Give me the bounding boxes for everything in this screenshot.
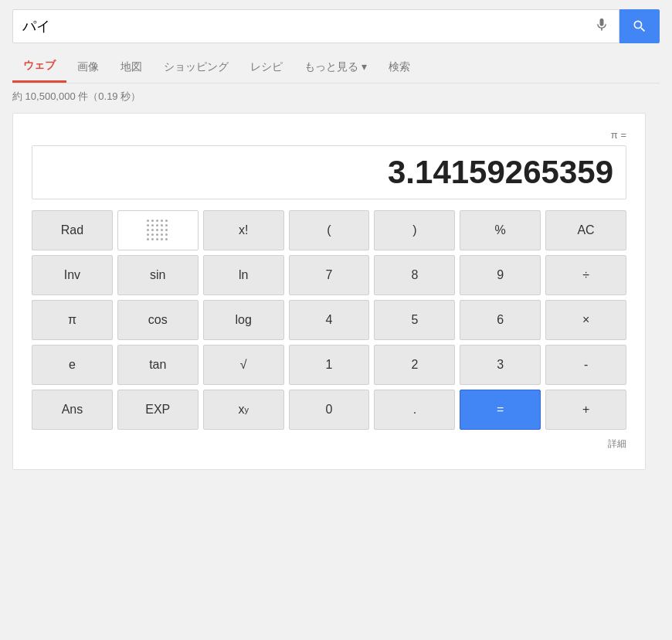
btn-plus[interactable]: + (545, 390, 626, 430)
results-count: 約 10,500,000 件（0.19 秒） (12, 90, 660, 104)
btn-power[interactable]: xy (203, 390, 284, 430)
btn-dot[interactable]: . (374, 390, 455, 430)
btn-divide[interactable]: ÷ (545, 255, 626, 295)
tab-tools[interactable]: 検索 (378, 53, 421, 82)
btn-tan[interactable]: tan (117, 345, 199, 385)
btn-equals[interactable]: = (460, 390, 541, 430)
btn-5[interactable]: 5 (374, 300, 455, 340)
btn-9[interactable]: 9 (460, 255, 541, 295)
tab-images[interactable]: 画像 (66, 53, 110, 82)
search-button[interactable] (619, 9, 660, 43)
display-value: 3.14159265359 (388, 154, 613, 191)
btn-1[interactable]: 1 (289, 345, 370, 385)
btn-cos[interactable]: cos (117, 300, 199, 340)
search-input[interactable] (22, 19, 588, 35)
calculator-card: π = 3.14159265359 Rad x! ( ) % AC (12, 113, 646, 470)
detail-link[interactable]: 詳細 (32, 437, 626, 451)
btn-minus[interactable]: - (545, 345, 626, 385)
btn-exp[interactable]: EXP (117, 390, 199, 430)
tab-web[interactable]: ウェブ (12, 51, 66, 83)
btn-ac[interactable]: AC (545, 210, 626, 250)
btn-ln[interactable]: ln (203, 255, 284, 295)
btn-percent[interactable]: % (460, 210, 541, 250)
grid-icon (147, 220, 168, 241)
btn-e[interactable]: e (32, 345, 113, 385)
tab-recipe[interactable]: レシピ (239, 53, 294, 82)
btn-rparen[interactable]: ) (374, 210, 455, 250)
btn-8[interactable]: 8 (374, 255, 455, 295)
search-icon (632, 19, 647, 34)
nav-tabs: ウェブ 画像 地図 ショッピング レシピ もっと見る ▾ 検索 (12, 51, 660, 83)
btn-2[interactable]: 2 (374, 345, 455, 385)
btn-factorial[interactable]: x! (203, 210, 284, 250)
calc-display: 3.14159265359 (32, 145, 626, 199)
btn-3[interactable]: 3 (460, 345, 541, 385)
mic-icon (594, 15, 609, 34)
btn-log[interactable]: log (203, 300, 284, 340)
btn-grid[interactable] (117, 210, 199, 250)
btn-7[interactable]: 7 (289, 255, 370, 295)
mic-button[interactable] (594, 15, 609, 37)
btn-ans[interactable]: Ans (32, 390, 113, 430)
btn-6[interactable]: 6 (460, 300, 541, 340)
btn-rad[interactable]: Rad (32, 210, 113, 250)
btn-pi[interactable]: π (32, 300, 113, 340)
page-wrapper: ウェブ 画像 地図 ショッピング レシピ もっと見る ▾ 検索 約 10,500… (0, 0, 672, 479)
tab-more[interactable]: もっと見る ▾ (294, 53, 378, 82)
tab-map[interactable]: 地図 (110, 53, 153, 82)
btn-sqrt[interactable]: √ (203, 345, 284, 385)
pi-label: π = (32, 129, 626, 141)
search-bar-row (12, 9, 660, 43)
tab-shopping[interactable]: ショッピング (153, 53, 239, 82)
btn-0[interactable]: 0 (289, 390, 370, 430)
btn-lparen[interactable]: ( (289, 210, 370, 250)
btn-inv[interactable]: Inv (32, 255, 113, 295)
btn-multiply[interactable]: × (545, 300, 626, 340)
btn-sin[interactable]: sin (117, 255, 199, 295)
btn-4[interactable]: 4 (289, 300, 370, 340)
search-input-wrapper (12, 9, 619, 43)
calc-grid: Rad x! ( ) % AC Inv sin ln 7 8 9 (32, 210, 626, 430)
